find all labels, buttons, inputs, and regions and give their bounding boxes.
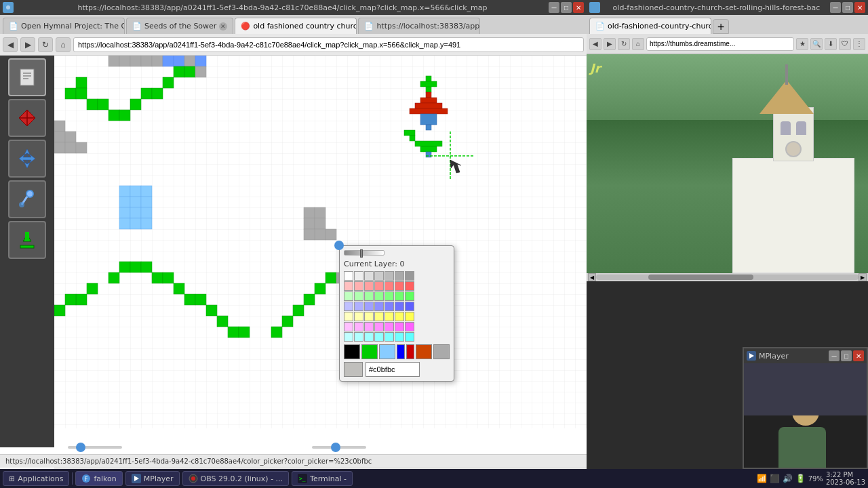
right-url-input[interactable]: [646, 37, 794, 51]
cp-cell[interactable]: [384, 302, 394, 311]
cp-cell[interactable]: [354, 271, 363, 281]
right-search-icon[interactable]: 🔍: [810, 38, 823, 50]
cp-cell[interactable]: [405, 281, 414, 291]
home-button[interactable]: ⌂: [56, 37, 71, 52]
tab-hymnal[interactable]: 📄 Open Hymnal Project: The Old... ✕: [3, 18, 125, 34]
right-bookmark-button[interactable]: ★: [796, 38, 808, 50]
slider-thumb-left[interactable]: [76, 443, 85, 452]
cp-cell[interactable]: [374, 271, 384, 281]
cp-cell[interactable]: [384, 332, 394, 342]
network-icon[interactable]: 📶: [757, 474, 767, 483]
right-forward-button[interactable]: ▶: [604, 38, 616, 50]
cp-hex-input[interactable]: [366, 362, 420, 377]
tab-close-seeds[interactable]: ✕: [219, 22, 227, 30]
right-minimize-button[interactable]: ─: [830, 2, 841, 13]
slider-thumb-right[interactable]: [331, 443, 340, 452]
mplayer-close-button[interactable]: ✕: [853, 350, 864, 361]
slider-track-left[interactable]: [68, 446, 122, 449]
tool-download[interactable]: [8, 221, 46, 259]
taskbar-terminal[interactable]: >_ Terminal -: [292, 471, 353, 486]
cp-cell[interactable]: [395, 332, 404, 342]
tool-document[interactable]: [8, 58, 46, 96]
cp-cell[interactable]: [374, 302, 384, 311]
cp-cell[interactable]: [364, 271, 374, 281]
color-slider-thumb[interactable]: [360, 249, 363, 258]
mplayer-minimize-button[interactable]: ─: [829, 350, 840, 361]
cp-cell[interactable]: [405, 302, 414, 311]
scroll-left-button[interactable]: ◀: [588, 273, 596, 281]
cp-cell[interactable]: [405, 322, 414, 331]
cp-cell[interactable]: [395, 281, 404, 291]
right-home-button[interactable]: ⌂: [632, 38, 644, 50]
cp-cell[interactable]: [384, 312, 394, 321]
cp-cell[interactable]: [354, 302, 363, 311]
scrollbar-track[interactable]: [596, 274, 859, 280]
cp-cell[interactable]: [395, 271, 404, 281]
cp-cell[interactable]: [374, 322, 384, 331]
cp-cell[interactable]: [354, 312, 363, 321]
right-shield-icon[interactable]: 🛡: [839, 38, 851, 50]
mplayer-maximize-button[interactable]: □: [841, 350, 852, 361]
cp-cell[interactable]: [395, 302, 404, 311]
cp-cell[interactable]: [344, 312, 353, 321]
close-button[interactable]: ✕: [573, 2, 584, 13]
cp-cell[interactable]: [405, 332, 414, 342]
cp-cell[interactable]: [384, 281, 394, 291]
cp-cell[interactable]: [384, 271, 394, 281]
cp-cell[interactable]: [364, 291, 374, 301]
cp-cell[interactable]: [374, 281, 384, 291]
cp-cell[interactable]: [354, 332, 363, 342]
cp-cell[interactable]: [374, 332, 384, 342]
cp-cell[interactable]: [354, 281, 363, 291]
taskbar-mplayer[interactable]: MPlayer: [125, 471, 180, 486]
cp-swatch-lightblue[interactable]: [379, 344, 395, 359]
url-input[interactable]: [73, 37, 584, 52]
cp-cell[interactable]: [354, 322, 363, 331]
cp-cell[interactable]: [395, 322, 404, 331]
scrollbar-thumb[interactable]: [648, 274, 753, 280]
cp-cell[interactable]: [395, 291, 404, 301]
reload-button[interactable]: ↻: [38, 37, 53, 52]
scroll-right-button[interactable]: ▶: [859, 273, 867, 281]
cp-cell[interactable]: [364, 302, 374, 311]
battery-icon[interactable]: 🔋: [795, 474, 806, 483]
cp-swatch-green[interactable]: [361, 344, 378, 359]
right-close-button[interactable]: ✕: [854, 2, 865, 13]
tab-church[interactable]: 🔴 old fashioned country church a... ✕: [235, 18, 357, 34]
cp-cell[interactable]: [384, 322, 394, 331]
right-back-button[interactable]: ◀: [589, 38, 601, 50]
cp-cell[interactable]: [364, 332, 374, 342]
tab-localhost[interactable]: 📄 https://localhost:38383/app... ✕: [358, 18, 480, 34]
right-tab-church[interactable]: 📄 old-fashioned-country-church-set-... ✕: [589, 18, 711, 34]
cp-swatch-red[interactable]: [406, 344, 414, 359]
maximize-button[interactable]: □: [561, 2, 572, 13]
cp-cell[interactable]: [344, 281, 353, 291]
cp-cell[interactable]: [344, 271, 353, 281]
taskbar-falkon[interactable]: F falkon: [75, 471, 122, 486]
cp-cell[interactable]: [364, 312, 374, 321]
right-scrollbar-horizontal[interactable]: ◀ ▶: [587, 273, 868, 281]
cp-cell[interactable]: [405, 291, 414, 301]
forward-button[interactable]: ▶: [20, 37, 35, 52]
cp-swatch-black[interactable]: [344, 344, 360, 359]
cp-swatch-blue[interactable]: [397, 344, 405, 359]
cp-cell[interactable]: [374, 312, 384, 321]
cp-cell[interactable]: [344, 291, 353, 301]
taskbar-obs[interactable]: OBS 29.0.2 (linux) - ...: [182, 471, 290, 486]
cp-cell[interactable]: [374, 291, 384, 301]
cp-cell[interactable]: [384, 291, 394, 301]
cp-cell[interactable]: [364, 281, 374, 291]
right-maximize-button[interactable]: □: [842, 2, 853, 13]
minimize-button[interactable]: ─: [549, 2, 559, 13]
pixel-canvas[interactable]: [54, 56, 587, 428]
hp-icon[interactable]: ⬛: [770, 474, 780, 483]
tab-seeds[interactable]: 📄 Seeds of the Sower ✕: [126, 18, 233, 34]
cp-cell[interactable]: [395, 312, 404, 321]
tool-pencil[interactable]: [8, 99, 46, 137]
color-slider-track[interactable]: [344, 250, 384, 256]
new-tab-button[interactable]: +: [713, 19, 729, 34]
tool-move[interactable]: [8, 140, 46, 178]
cp-cell[interactable]: [344, 322, 353, 331]
right-menu-button[interactable]: ⋮: [853, 38, 865, 50]
right-reload-button[interactable]: ↻: [618, 38, 630, 50]
